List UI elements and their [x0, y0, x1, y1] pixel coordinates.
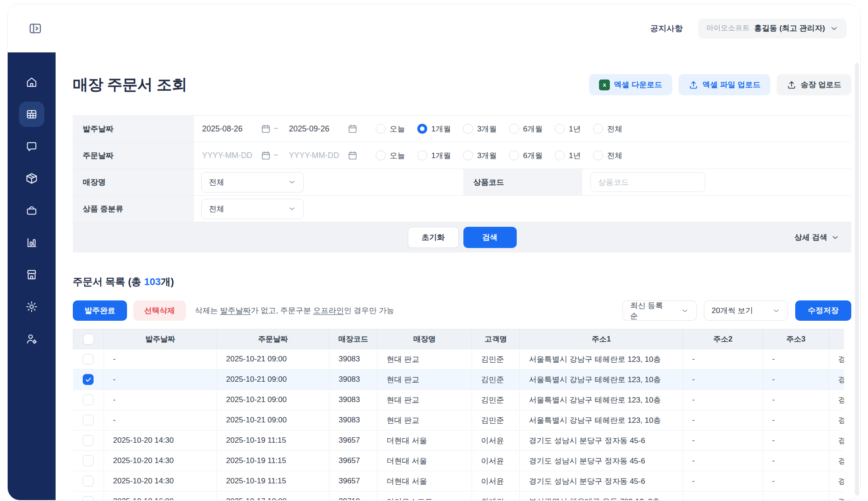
- cell-truncated: 경: [829, 492, 844, 501]
- row-checkbox[interactable]: [83, 476, 94, 487]
- main-content: 매장 주문서 조회 x 엑셀 다운로드 엑셀 파일 업로드 송장 업로드: [56, 52, 860, 500]
- radio-today[interactable]: 오늘: [376, 150, 405, 161]
- sidebar-item-home[interactable]: [19, 70, 44, 95]
- column-header[interactable]: 주소3: [763, 329, 829, 349]
- calendar-icon[interactable]: [348, 150, 358, 160]
- cell-truncated: 경: [829, 410, 844, 431]
- radio-today[interactable]: 오늘: [376, 124, 405, 134]
- reset-button[interactable]: 초기화: [408, 227, 459, 248]
- invoice-upload-button[interactable]: 송장 업로드: [777, 74, 851, 95]
- radio-1month[interactable]: 1개월: [417, 124, 451, 134]
- calendar-icon[interactable]: [261, 124, 271, 134]
- table-row[interactable]: 2025-10-20 14:30 2025-10-19 11:15 39657 …: [73, 451, 844, 471]
- sidebar-item-products[interactable]: [19, 198, 44, 223]
- column-header[interactable]: 고객명: [472, 329, 520, 349]
- delete-selected-button[interactable]: 선택삭제: [133, 300, 186, 321]
- store-icon: [25, 268, 38, 281]
- cell-customer: 김민준: [472, 410, 520, 431]
- sidebar-item-shipping[interactable]: [19, 166, 44, 191]
- gear-icon: [25, 300, 38, 313]
- filter-label: 매장명: [73, 169, 194, 195]
- cell-address3: -: [763, 492, 829, 501]
- table-row[interactable]: - 2025-10-21 09:00 39083 현대 판교 김민준 서울특별시…: [73, 349, 844, 370]
- cell-address2: -: [683, 410, 763, 431]
- radio-all[interactable]: 전체: [593, 150, 623, 161]
- table-row[interactable]: 2025-10-18 16:00 2025-10-17 10:00 29710 …: [73, 492, 844, 501]
- cell-address3: -: [763, 390, 829, 410]
- row-checkbox[interactable]: [83, 415, 94, 426]
- cell-truncated: 경: [829, 370, 844, 390]
- order-date-to-input[interactable]: 2025-09-26: [289, 124, 358, 134]
- column-header[interactable]: 주소2: [683, 329, 763, 349]
- select-all-checkbox[interactable]: [83, 334, 94, 345]
- cell-store-name: 현대 판교: [377, 410, 472, 431]
- date-range-tilde: ~: [274, 124, 278, 133]
- category-select[interactable]: 전체: [201, 199, 304, 219]
- row-checkbox[interactable]: [83, 455, 94, 466]
- radio-1year[interactable]: 1년: [555, 124, 580, 134]
- radio-6months[interactable]: 6개월: [509, 150, 542, 161]
- order-date-from-input[interactable]: 2025-08-26: [202, 124, 271, 134]
- sidebar-item-messages[interactable]: [19, 134, 44, 159]
- cell-store-code: 39657: [330, 471, 377, 492]
- row-checkbox[interactable]: [83, 354, 94, 365]
- notice-link[interactable]: 공지사항: [650, 23, 683, 34]
- vertical-scrollbar[interactable]: [855, 63, 859, 496]
- sidebar-item-orders[interactable]: [19, 102, 44, 127]
- row-checkbox[interactable]: [83, 435, 94, 446]
- cell-purchase-date: 2025-10-19 11:15: [217, 431, 330, 451]
- cell-address2: -: [683, 349, 763, 370]
- store-select[interactable]: 전체: [201, 172, 304, 192]
- advanced-search-toggle[interactable]: 상세 검색: [794, 232, 840, 243]
- row-checkbox[interactable]: [83, 374, 94, 385]
- column-header[interactable]: 매장명: [377, 329, 472, 349]
- radio-1year[interactable]: 1년: [555, 150, 580, 161]
- excel-upload-button[interactable]: 엑셀 파일 업로드: [679, 74, 770, 95]
- radio-6months[interactable]: 6개월: [509, 124, 542, 134]
- row-checkbox[interactable]: [83, 496, 94, 500]
- cell-purchase-date: 2025-10-21 09:00: [217, 349, 330, 370]
- column-header[interactable]: 주문날짜: [217, 329, 330, 349]
- table-row[interactable]: 2025-10-20 14:30 2025-10-19 11:15 39657 …: [73, 431, 844, 451]
- page-size-select[interactable]: 20개씩 보기: [704, 300, 788, 321]
- save-edits-button[interactable]: 수정저장: [795, 300, 851, 321]
- radio-1month[interactable]: 1개월: [417, 150, 451, 161]
- cell-purchase-date: 2025-10-19 11:15: [217, 471, 330, 492]
- table-row[interactable]: - 2025-10-21 09:00 39083 현대 판교 김민준 서울특별시…: [73, 410, 844, 431]
- sidebar-item-settings[interactable]: [19, 294, 44, 319]
- radio-3months[interactable]: 3개월: [463, 124, 496, 134]
- column-header[interactable]: 발주날짜: [104, 329, 217, 349]
- radio-all[interactable]: 전체: [593, 124, 623, 134]
- calendar-icon[interactable]: [261, 150, 271, 160]
- column-header[interactable]: 매장코드: [330, 329, 377, 349]
- sidebar-item-user-management[interactable]: [19, 326, 44, 351]
- cell-address1: 서울특별시 강남구 테헤란로 123, 10층: [520, 390, 683, 410]
- calendar-icon[interactable]: [348, 124, 358, 134]
- product-code-input[interactable]: 상품코드: [590, 172, 705, 192]
- cell-address3: -: [763, 451, 829, 471]
- cell-order-date: 2025-10-20 14:30: [104, 431, 217, 451]
- sidebar-item-analytics[interactable]: [19, 230, 44, 255]
- user-menu[interactable]: 아이오소프트 홍길동 (최고 관리자): [698, 19, 847, 38]
- chevron-down-icon: [288, 205, 296, 213]
- purchase-date-to-input[interactable]: YYYY-MM-DD: [289, 150, 358, 160]
- sidebar-toggle-icon[interactable]: [28, 21, 43, 36]
- excel-icon: x: [599, 80, 610, 90]
- cell-address2: -: [683, 431, 763, 451]
- search-button[interactable]: 검색: [463, 227, 517, 248]
- chevron-down-icon: [772, 307, 780, 315]
- purchase-date-from-input[interactable]: YYYY-MM-DD: [202, 150, 271, 160]
- column-header[interactable]: 주소1: [520, 329, 683, 349]
- excel-download-button[interactable]: x 엑셀 다운로드: [589, 74, 672, 95]
- radio-3months[interactable]: 3개월: [463, 150, 496, 161]
- row-checkbox[interactable]: [83, 394, 94, 405]
- table-row[interactable]: - 2025-10-21 09:00 39083 현대 판교 김민준 서울특별시…: [73, 370, 844, 390]
- order-complete-button[interactable]: 발주완료: [73, 300, 127, 321]
- cell-purchase-date: 2025-10-19 11:15: [217, 451, 330, 471]
- table-row[interactable]: - 2025-10-21 09:00 39083 현대 판교 김민준 서울특별시…: [73, 390, 844, 410]
- sort-select[interactable]: 최신 등록순: [623, 300, 697, 321]
- sidebar-item-stores[interactable]: [19, 262, 44, 287]
- cell-store-code: 39083: [330, 370, 377, 390]
- table-row[interactable]: 2025-10-20 14:30 2025-10-19 11:15 39657 …: [73, 471, 844, 492]
- cell-store-code: 39657: [330, 431, 377, 451]
